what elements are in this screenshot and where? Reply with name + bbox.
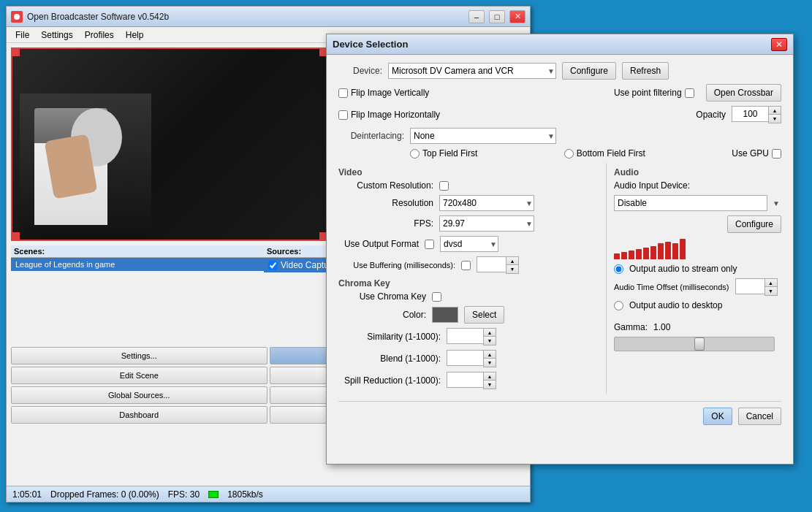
device-select[interactable]: Microsoft DV Camera and VCR <box>388 63 556 79</box>
refresh-button[interactable]: Refresh <box>622 62 669 80</box>
menu-profiles[interactable]: Profiles <box>79 28 120 42</box>
corner-marker-tl <box>12 49 20 56</box>
global-sources-button[interactable]: Global Sources... <box>11 386 267 404</box>
buffering-label: Use Buffering (milliseconds): <box>338 261 455 270</box>
buffering-checkbox[interactable] <box>461 261 471 270</box>
buffering-down[interactable]: ▼ <box>506 265 518 273</box>
similarity-spin: 0 ▲ ▼ <box>447 328 496 345</box>
use-gpu-checkbox[interactable] <box>772 149 781 158</box>
opacity-down[interactable]: ▼ <box>769 115 781 123</box>
source-checkbox[interactable] <box>268 261 278 270</box>
output-format-label: Use Output Format <box>338 239 419 249</box>
blend-up[interactable]: ▲ <box>484 351 496 359</box>
menu-settings[interactable]: Settings <box>35 28 78 42</box>
maximize-button[interactable]: □ <box>489 10 505 23</box>
custom-resolution-row: Custom Resolution: <box>338 180 599 191</box>
ok-button[interactable]: OK <box>703 408 732 425</box>
dialog-buttons: OK Cancel <box>338 401 781 425</box>
bottom-field-label: Bottom Field First <box>577 148 645 158</box>
audio-time-up[interactable]: ▲ <box>765 279 777 287</box>
fps-select[interactable]: 29.97 <box>439 215 534 232</box>
bottom-field-radio[interactable] <box>564 149 574 158</box>
status-time: 1:05:01 <box>12 489 42 500</box>
similarity-up[interactable]: ▲ <box>484 329 496 337</box>
select-color-button[interactable]: Select <box>464 306 504 324</box>
buffering-input[interactable]: 0 <box>477 256 506 272</box>
opacity-up[interactable]: ▲ <box>769 107 781 115</box>
gamma-slider[interactable] <box>614 337 775 351</box>
flip-vertical-row: Flip Image Vertically <box>338 88 429 98</box>
audio-input-device-label-row: Audio Input Device: <box>614 180 781 191</box>
video-column: Video Custom Resolution: Resolution 720x… <box>338 163 599 394</box>
preview-image <box>12 49 327 240</box>
audio-input-select[interactable]: Disable <box>614 195 767 211</box>
status-dropped: Dropped Frames: 0 (0.00%) <box>50 489 159 500</box>
output-stream-radio[interactable] <box>614 264 623 274</box>
spill-spin: 50 ▲ ▼ <box>447 372 496 389</box>
audio-time-down[interactable]: ▼ <box>765 287 777 295</box>
spill-spinbuttons: ▲ ▼ <box>483 372 496 389</box>
buffering-spin: 0 ▲ ▼ <box>477 256 519 274</box>
gamma-slider-thumb[interactable] <box>694 337 705 351</box>
output-desktop-row: Output audio to desktop <box>614 300 781 310</box>
top-field-radio[interactable] <box>410 149 420 158</box>
spill-down[interactable]: ▼ <box>484 381 496 389</box>
audio-input-label: Audio Input Device: <box>614 180 690 191</box>
menu-file[interactable]: File <box>10 28 35 42</box>
obs-app-icon <box>11 11 23 23</box>
deinterlacing-select-wrap: None ▼ <box>410 128 556 144</box>
buffering-spinbuttons: ▲ ▼ <box>506 256 519 274</box>
close-button[interactable]: ✕ <box>509 10 525 23</box>
configure-button[interactable]: Configure <box>562 62 616 80</box>
audio-meter-bar <box>665 242 671 259</box>
spill-input[interactable]: 50 <box>447 372 483 388</box>
minimize-button[interactable]: – <box>468 10 485 23</box>
deinterlacing-select[interactable]: None <box>410 128 556 144</box>
edit-scene-button[interactable]: Edit Scene <box>11 367 267 384</box>
corner-marker-bl <box>12 232 20 240</box>
audio-meter-bar <box>672 243 678 259</box>
chroma-key-section-title: Chroma Key <box>338 278 599 289</box>
similarity-input[interactable]: 0 <box>447 328 483 344</box>
blend-input[interactable]: 80 <box>447 350 483 366</box>
chroma-key-checkbox[interactable] <box>432 292 441 302</box>
resolution-select[interactable]: 720x480 <box>439 195 534 211</box>
buffering-up[interactable]: ▲ <box>506 257 518 265</box>
obs-titlebar: Open Broadcaster Software v0.542b – □ ✕ <box>7 7 530 27</box>
output-format-checkbox[interactable] <box>425 240 434 249</box>
dashboard-button[interactable]: Dashboard <box>11 406 267 424</box>
dialog-close-button[interactable]: ✕ <box>771 38 787 51</box>
fps-label: FPS: <box>338 218 433 229</box>
scene-item[interactable]: League of Legends in game <box>11 258 264 271</box>
audio-meter-bar <box>680 239 686 259</box>
custom-res-label: Custom Resolution: <box>338 180 433 191</box>
flip-horizontal-checkbox[interactable] <box>338 110 348 120</box>
audio-time-spin: 0 ▲ ▼ <box>735 278 778 296</box>
audio-section-title: Audio <box>614 167 781 177</box>
output-format-select[interactable]: dvsd <box>440 236 498 252</box>
device-selection-dialog: Device Selection ✕ Device: Microsoft DV … <box>326 34 794 465</box>
menu-help[interactable]: Help <box>120 28 150 42</box>
flip-vertical-checkbox[interactable] <box>338 88 348 98</box>
color-swatch <box>432 307 458 323</box>
output-stream-row: Output audio to stream only <box>614 264 781 274</box>
use-point-filtering-checkbox[interactable] <box>685 88 694 98</box>
output-desktop-radio[interactable] <box>614 301 623 310</box>
opacity-label: Opacity <box>696 110 726 120</box>
gamma-label: Gamma: <box>614 322 648 332</box>
custom-res-checkbox[interactable] <box>439 181 449 191</box>
resolution-row: Resolution 720x480 ▼ <box>338 195 599 211</box>
open-crossbar-button[interactable]: Open Crossbar <box>706 84 781 102</box>
cancel-button[interactable]: Cancel <box>738 408 781 425</box>
audio-meter-bar <box>629 251 634 259</box>
spill-up[interactable]: ▲ <box>484 372 496 381</box>
output-format-select-wrap: dvsd ▼ <box>440 236 498 252</box>
audio-configure-button[interactable]: Configure <box>727 215 781 233</box>
device-label: Device: <box>338 66 382 76</box>
fps-indicator <box>208 491 219 498</box>
similarity-down[interactable]: ▼ <box>484 337 496 345</box>
audio-time-input[interactable]: 0 <box>735 278 764 294</box>
blend-down[interactable]: ▼ <box>484 359 496 367</box>
opacity-input[interactable]: 100 <box>732 106 768 122</box>
settings-button[interactable]: Settings... <box>11 347 267 364</box>
